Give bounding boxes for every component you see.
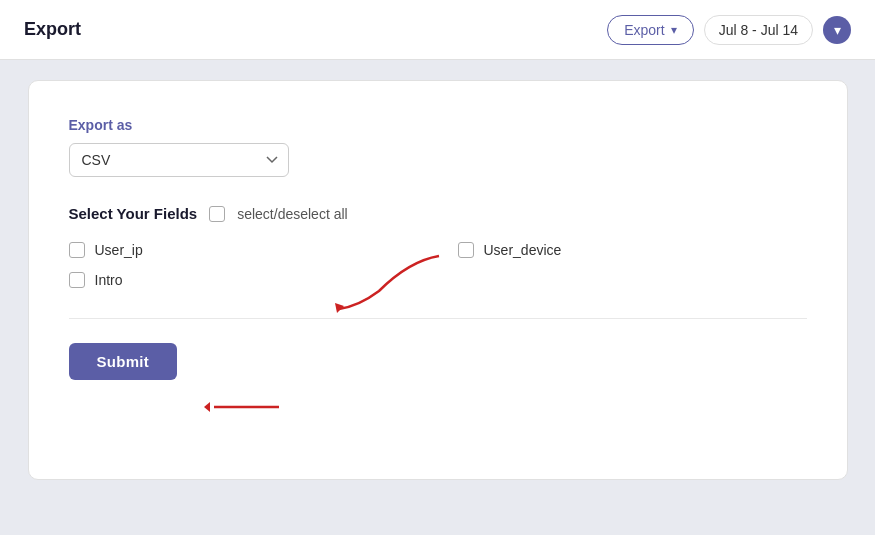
format-select-wrapper: CSV JSON Excel (69, 143, 289, 177)
select-all-checkbox[interactable] (209, 206, 225, 222)
format-select[interactable]: CSV JSON Excel (69, 143, 289, 177)
svg-marker-2 (204, 402, 210, 412)
field-checkbox-user-device[interactable] (458, 242, 474, 258)
field-item-intro: Intro (69, 272, 418, 288)
field-checkbox-intro[interactable] (69, 272, 85, 288)
field-label-intro: Intro (95, 272, 123, 288)
date-range-display: Jul 8 - Jul 14 (704, 15, 813, 45)
divider (69, 318, 807, 319)
fields-title: Select Your Fields (69, 205, 198, 222)
date-range-text: Jul 8 - Jul 14 (719, 22, 798, 38)
fields-header: Select Your Fields select/deselect all (69, 205, 807, 222)
export-as-label: Export as (69, 117, 807, 133)
field-item-user-ip: User_ip (69, 242, 418, 258)
date-range-toggle[interactable]: ▾ (823, 16, 851, 44)
chevron-down-icon: ▾ (834, 22, 841, 38)
export-card: Export as CSV JSON Excel Select Your Fie… (28, 80, 848, 480)
export-button-label: Export (624, 22, 664, 38)
topbar: Export Export ▾ Jul 8 - Jul 14 ▾ (0, 0, 875, 60)
chevron-down-icon: ▾ (671, 23, 677, 37)
field-item-user-device: User_device (458, 242, 807, 258)
field-label-user-ip: User_ip (95, 242, 143, 258)
page-title: Export (24, 19, 81, 40)
topbar-actions: Export ▾ Jul 8 - Jul 14 ▾ (607, 15, 851, 45)
field-checkbox-user-ip[interactable] (69, 242, 85, 258)
straight-arrow-annotation (204, 397, 284, 417)
field-label-user-device: User_device (484, 242, 562, 258)
svg-marker-0 (335, 303, 344, 313)
fields-grid: User_ip User_device Intro (69, 242, 807, 288)
main-content: Export as CSV JSON Excel Select Your Fie… (0, 60, 875, 535)
submit-button[interactable]: Submit (69, 343, 178, 380)
export-button[interactable]: Export ▾ (607, 15, 693, 45)
select-all-label[interactable]: select/deselect all (237, 206, 348, 222)
